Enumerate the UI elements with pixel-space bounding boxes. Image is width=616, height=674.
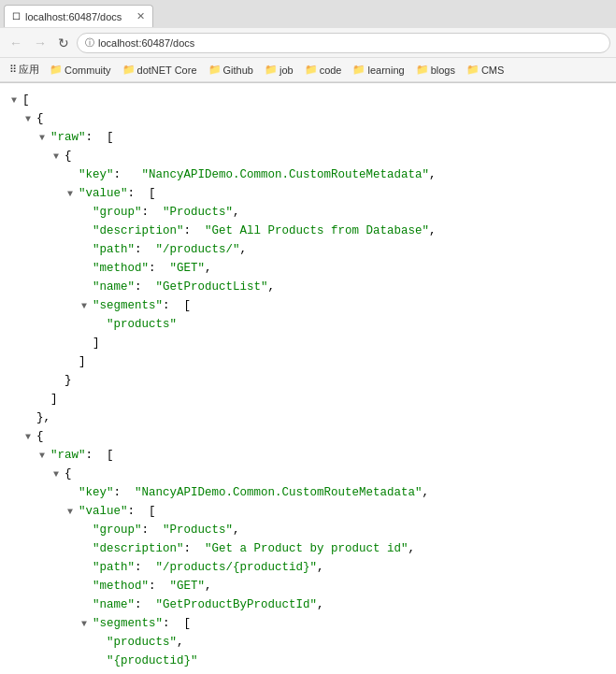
active-tab[interactable]: ☐ localhost:60487/docs ✕	[4, 5, 153, 27]
bookmark-label: code	[320, 65, 342, 76]
spacer13	[67, 486, 79, 501]
spacer3	[81, 224, 93, 239]
toggle-b2-value[interactable]: ▼	[67, 505, 79, 520]
folder-icon: 📁	[305, 64, 318, 76]
bookmark-code[interactable]: 📁 code	[300, 63, 347, 77]
folder-icon: 📁	[122, 64, 136, 76]
toggle-b1-obj[interactable]: ▼	[25, 112, 36, 127]
bookmark-blogs[interactable]: 📁 blogs	[411, 63, 460, 77]
block1-raw-inner-open: ▼ {	[11, 147, 605, 165]
bookmark-github[interactable]: 📁 Github	[204, 63, 258, 77]
refresh-button[interactable]: ↻	[54, 34, 73, 52]
toggle-b1-value[interactable]: ▼	[67, 187, 79, 202]
toggle-b2-segments[interactable]: ▼	[81, 617, 93, 632]
address-text: localhost:60487/docs	[98, 37, 194, 49]
browser-chrome: ☐ localhost:60487/docs ✕ ← → ↻ ⓘ localho…	[0, 0, 616, 83]
toggle-b1-segments[interactable]: ▼	[81, 299, 93, 314]
block2-group-line: "group": "Products",	[11, 521, 605, 539]
spacer11	[39, 393, 50, 408]
bookmark-label: Commuity	[64, 65, 111, 76]
block1-seg1-line: "products"	[11, 315, 605, 334]
block1-group-line: "group": "Products",	[11, 203, 605, 222]
folder-icon: 📁	[50, 64, 63, 76]
block1-desc-line: "description": "Get All Products from Da…	[11, 222, 605, 240]
tab-bar: ☐ localhost:60487/docs ✕	[0, 0, 616, 28]
spacer4	[81, 243, 93, 258]
spacer20	[95, 654, 107, 669]
block1-path-line: "path": "/products/",	[11, 240, 605, 259]
block1-value-close: ]	[11, 352, 605, 371]
bookmark-label: Github	[223, 65, 253, 76]
toggle-b1-inner[interactable]: ▼	[53, 150, 64, 165]
back-button[interactable]: ←	[6, 34, 26, 52]
outer-array-open: ▼ [	[11, 91, 605, 109]
bookmarks-bar: ⠿ 应用 📁 Commuity 📁 dotNET Core 📁 Github 📁…	[0, 58, 616, 82]
toggle-b2-obj[interactable]: ▼	[25, 430, 36, 445]
block2-raw-inner-open: ▼ {	[11, 465, 605, 483]
spacer	[67, 168, 79, 183]
spacer2	[81, 206, 93, 221]
spacer6	[81, 280, 93, 295]
block2-method-line: "method": "GET",	[11, 577, 605, 595]
block2-segments-close: ]	[11, 670, 605, 674]
block1-value-line: ▼ "value": [	[11, 184, 605, 203]
tab-favicon: ☐	[12, 11, 21, 22]
bookmark-label: job	[279, 65, 294, 76]
apps-button[interactable]: ⠿ 应用	[6, 62, 43, 78]
bookmark-dotnet[interactable]: 📁 dotNET Core	[118, 63, 202, 77]
spacer12	[25, 411, 36, 426]
toggle-b1-raw[interactable]: ▼	[39, 131, 50, 146]
block2-path-line: "path": "/products/{productid}",	[11, 558, 605, 577]
spacer17	[81, 580, 93, 595]
folder-icon: 📁	[466, 64, 480, 76]
forward-button[interactable]: →	[30, 34, 50, 52]
block1-obj-close: },	[11, 409, 605, 427]
apps-icon: ⠿	[9, 64, 17, 76]
bookmark-label: dotNET Core	[137, 65, 197, 76]
block2-value-line: ▼ "value": [	[11, 502, 605, 521]
lock-icon: ⓘ	[85, 36, 94, 50]
spacer10	[53, 374, 64, 389]
bookmark-cms[interactable]: 📁 CMS	[462, 63, 509, 77]
block1-raw-line: ▼ "raw": [	[11, 128, 605, 147]
block1-method-line: "method": "GET",	[11, 259, 605, 278]
spacer16	[81, 561, 93, 576]
block2-obj-open: ▼ {	[11, 427, 605, 446]
tab-close-button[interactable]: ✕	[136, 10, 145, 22]
block2-seg2-line: "{productid}"	[11, 652, 605, 670]
bookmark-label: learning	[367, 65, 404, 76]
block1-name-line: "name": "GetProductList",	[11, 278, 605, 296]
block2-desc-line: "description": "Get a Product by product…	[11, 539, 605, 558]
spacer18	[81, 598, 93, 613]
address-bar[interactable]: ⓘ localhost:60487/docs	[77, 33, 610, 53]
spacer7	[95, 318, 107, 333]
block1-segments-close: ]	[11, 334, 605, 352]
spacer19	[95, 636, 107, 651]
bookmark-commuity[interactable]: 📁 Commuity	[45, 63, 116, 77]
spacer9	[67, 355, 79, 370]
block2-seg1-line: "products",	[11, 633, 605, 652]
json-viewer: ▼ [ ▼ { ▼ "raw": [ ▼ { "key": "NancyAPID…	[0, 83, 616, 674]
block2-segments-line: ▼ "segments": [	[11, 614, 605, 633]
block2-raw-line: ▼ "raw": [	[11, 446, 605, 465]
folder-icon: 📁	[208, 64, 222, 76]
nav-bar: ← → ↻ ⓘ localhost:60487/docs	[0, 28, 616, 58]
bookmark-learning[interactable]: 📁 learning	[348, 63, 408, 77]
bookmark-label: blogs	[431, 65, 455, 76]
spacer8	[81, 337, 93, 351]
apps-label: 应用	[19, 63, 39, 77]
spacer5	[81, 262, 93, 277]
folder-icon: 📁	[265, 64, 278, 76]
spacer14	[81, 523, 93, 538]
block1-raw-close: ]	[11, 390, 605, 409]
toggle-b2-raw[interactable]: ▼	[39, 449, 50, 464]
toggle-b2-inner[interactable]: ▼	[53, 467, 64, 482]
block1-key-line: "key": "NancyAPIDemo.Common.CustomRouteM…	[11, 165, 605, 184]
block1-segments-line: ▼ "segments": [	[11, 296, 605, 315]
spacer15	[81, 542, 93, 557]
bookmark-job[interactable]: 📁 job	[260, 63, 298, 77]
tab-title: localhost:60487/docs	[25, 11, 132, 22]
toggle-outer[interactable]: ▼	[11, 93, 22, 108]
block1-inner-close: }	[11, 371, 605, 390]
folder-icon: 📁	[416, 64, 429, 76]
